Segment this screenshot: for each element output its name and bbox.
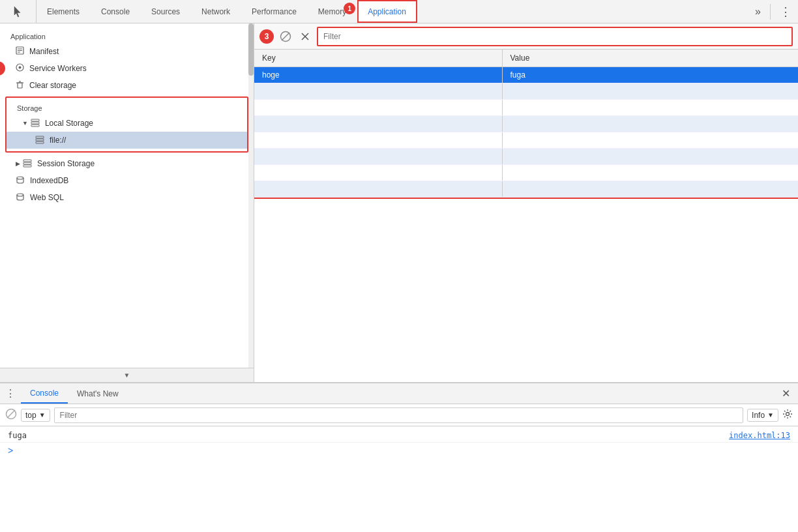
service-workers-wrapper: Service Workers 2 [0,60,254,77]
table-row[interactable] [254,100,798,116]
log-level-arrow: ▼ [767,411,774,419]
svg-rect-10 [31,122,39,124]
svg-rect-11 [31,125,39,126]
console-log-line: fuga index.html:13 [0,429,798,443]
log-level-selector[interactable]: Info ▼ [747,409,778,422]
console-filter-bar: top ▼ Info ▼ [0,404,798,426]
filter-input[interactable] [318,28,791,45]
sidebar-item-manifest[interactable]: Manifest [0,43,254,60]
more-tabs-button[interactable]: » [748,6,767,18]
log-level-label: Info [752,411,765,420]
session-storage-label: Session Storage [37,159,95,168]
indexeddb-icon [16,175,25,186]
table-row[interactable] [254,132,798,149]
scroll-down-icon: ▼ [124,372,130,379]
table-row[interactable]: hoge fuga [254,67,798,83]
console-block-button[interactable] [5,408,17,422]
tab-application[interactable]: Application [357,0,417,23]
tab-sources[interactable]: Sources [141,0,191,23]
console-tabs-bar: ⋮ Console What's New ✕ [0,383,798,404]
tab-elements[interactable]: Elements [37,0,91,23]
tab-memory-label: Memory [318,7,346,16]
memory-badge: 1 [344,3,355,14]
table-row[interactable] [254,149,798,165]
context-arrow: ▼ [39,411,46,419]
file-storage-icon [35,135,44,146]
local-storage-icon [31,118,40,129]
sidebar-item-service-workers[interactable]: Service Workers [0,60,254,77]
tab-memory[interactable]: Memory 1 [308,0,357,23]
data-table-wrapper: Key Value hoge fuga [254,50,798,382]
svg-rect-17 [23,165,31,167]
cursor-icon [0,0,37,23]
right-panel: 3 Key Value [254,23,798,382]
console-output: fuga index.html:13 > [0,426,798,532]
block-icon-button[interactable] [278,29,293,44]
panel-toolbar: 3 [254,23,798,50]
svg-point-5 [19,66,22,69]
table-row[interactable] [254,181,798,198]
svg-rect-12 [36,136,44,138]
sidebar-item-indexeddb[interactable]: IndexedDB [0,172,254,189]
console-log-text: fuga [8,431,27,440]
svg-rect-15 [23,160,31,162]
context-selector[interactable]: top ▼ [21,409,50,422]
tab-console-bottom[interactable]: Console [21,383,68,404]
console-log-source[interactable]: index.html:13 [729,431,790,440]
sidebar-item-file[interactable]: file:// [7,132,247,149]
table-cell-value: fuga [502,67,798,83]
tab-performance[interactable]: Performance [241,0,308,23]
session-storage-expand-icon: ▶ [16,160,20,167]
sidebar-item-web-sql[interactable]: Web SQL [0,189,254,206]
divider [770,4,771,20]
local-storage-label: Local Storage [45,119,93,128]
web-sql-label: Web SQL [30,193,64,202]
sidebar: Application Manifest Service Workers 2 [0,23,254,382]
svg-rect-13 [36,139,44,141]
svg-line-25 [7,410,15,418]
sidebar-scroll-thumb[interactable] [248,23,254,76]
table-row[interactable] [254,116,798,132]
console-settings-button[interactable] [782,409,793,422]
clear-storage-label: Clear storage [29,81,76,90]
console-menu-dots[interactable]: ⋮ [5,387,16,400]
clear-storage-icon [16,80,24,91]
context-label: top [25,411,37,420]
close-icon-button[interactable] [297,29,313,44]
service-workers-label: Service Workers [29,64,87,73]
file-label: file:// [50,136,66,145]
filter-input-wrapper [317,27,793,46]
devtools-menu-button[interactable]: ⋮ [773,5,798,19]
svg-point-18 [17,177,23,179]
sidebar-item-clear-storage[interactable]: Clear storage [0,77,254,94]
svg-rect-6 [18,83,22,88]
sidebar-scroll-down[interactable]: ▼ [0,368,254,382]
tab-network[interactable]: Network [191,0,241,23]
main-area: Application Manifest Service Workers 2 [0,23,798,382]
sidebar-scrollbar[interactable] [248,23,254,382]
sidebar-item-session-storage[interactable]: ▶ Session Storage [0,155,254,172]
col-header-key: Key [254,50,502,67]
table-row[interactable] [254,83,798,100]
tab-whats-new[interactable]: What's New [68,383,128,404]
local-storage-expand-icon: ▼ [22,120,28,126]
web-sql-icon [16,192,25,203]
sidebar-content: Application Manifest Service Workers 2 [0,23,254,382]
console-area: ⋮ Console What's New ✕ top ▼ Info ▼ fuga… [0,382,798,532]
sidebar-item-local-storage[interactable]: ▼ Local Storage [7,115,247,132]
svg-point-19 [17,194,23,196]
top-tab-bar: Elements Console Sources Network Perform… [0,0,798,23]
console-close-button[interactable]: ✕ [779,387,793,400]
tab-console[interactable]: Console [91,0,141,23]
data-table: Key Value hoge fuga [254,50,798,198]
console-filter-input[interactable] [54,407,743,423]
session-storage-icon [23,158,32,170]
badge-3: 3 [259,29,274,44]
indexeddb-label: IndexedDB [30,176,68,185]
svg-rect-9 [31,119,39,121]
table-row[interactable] [254,165,798,181]
console-prompt[interactable]: > [0,443,798,458]
svg-line-21 [282,33,289,40]
storage-group: Storage ▼ Local Storage file:// [5,96,248,153]
manifest-label: Manifest [29,47,59,56]
